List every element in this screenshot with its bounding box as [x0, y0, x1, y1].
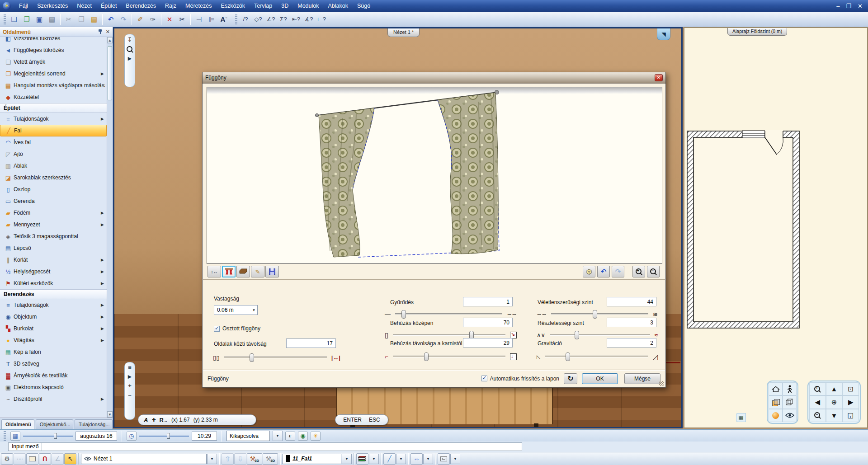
layout-grid-button[interactable]: ▦: [736, 413, 746, 422]
pullin-center-input[interactable]: [463, 318, 513, 327]
date-field[interactable]: augusztus 16: [75, 432, 117, 441]
chevron-down-icon[interactable]: ▼: [369, 454, 379, 464]
pan-up-button[interactable]: ▲: [826, 382, 843, 395]
render-button[interactable]: [769, 409, 783, 422]
close-button[interactable]: ✕: [858, 3, 863, 9]
pullin-rod-input[interactable]: [463, 338, 513, 348]
sidebar-item-lepcso[interactable]: ▤Lépcső: [0, 242, 107, 254]
sidebar-item-objektum[interactable]: ◉Objektum▶: [0, 311, 107, 323]
sidebar-item-elektromos-kapcsolo[interactable]: ▣Elektromos kapcsoló: [0, 381, 107, 393]
menu-méretezés[interactable]: Méretezés: [181, 0, 216, 12]
move-up-level-button[interactable]: ⇧: [222, 453, 234, 465]
select-mode-button[interactable]: ↖: [64, 453, 76, 465]
query-elevation-button[interactable]: ∟?: [316, 14, 327, 25]
time-field[interactable]: 10:29: [192, 432, 217, 441]
auto-refresh-checkbox[interactable]: [481, 376, 487, 381]
scroll-down-icon[interactable]: ▼: [107, 411, 113, 418]
copy-button[interactable]: ❐: [75, 14, 87, 25]
floorplan-viewport[interactable]: Alaprajz Földszint (0 m): [684, 27, 868, 428]
move-down-level-button[interactable]: ⇩: [234, 453, 246, 465]
ok-button[interactable]: OK: [582, 373, 618, 384]
visibility-button[interactable]: [783, 409, 797, 422]
sidebar-item-ablak[interactable]: ▥Ablak: [0, 160, 107, 172]
zoom-out-button[interactable]: −: [809, 409, 826, 422]
sidebar-item-vizszintes-tukrozes[interactable]: ◧Vízszintes tükrözés: [0, 37, 107, 44]
chevron-down-icon[interactable]: ▼: [207, 454, 217, 464]
view-tab[interactable]: Nézet 1 *: [387, 28, 420, 37]
sidebar-item-sarokablak[interactable]: ◪Sarokablak szerkesztés: [0, 172, 107, 183]
sidebar-item-arnyekolok[interactable]: ▓Árnyékolók és textíliák: [0, 370, 107, 381]
menu-eszközök[interactable]: Eszközök: [216, 0, 250, 12]
scrollbar-thumb[interactable]: [108, 46, 112, 100]
randomness-input[interactable]: [607, 297, 656, 306]
menu-tervlap[interactable]: Tervlap: [250, 0, 277, 12]
resize-grip[interactable]: [659, 381, 664, 386]
slider-thumb[interactable]: [575, 331, 579, 339]
layers-button[interactable]: [356, 453, 368, 465]
pan-right-button[interactable]: ▶: [842, 395, 859, 409]
pan-left-button[interactable]: ◀: [809, 395, 826, 409]
calendar-button[interactable]: ▦: [10, 432, 20, 441]
chevron-down-icon[interactable]: ▼: [423, 454, 433, 464]
pin-icon[interactable]: [98, 29, 103, 35]
save-button[interactable]: ▣: [33, 14, 45, 25]
trim-button[interactable]: ✂: [176, 14, 188, 25]
menu-ablakok[interactable]: Ablakok: [323, 0, 352, 12]
slider-thumb[interactable]: [424, 352, 429, 361]
layer-select[interactable]: 11_Fal1: [283, 454, 341, 464]
zoom-icon[interactable]: [127, 46, 133, 52]
new-file-button[interactable]: ❏: [8, 14, 20, 25]
hatch-style-button[interactable]: [438, 453, 450, 465]
print-button[interactable]: ▤: [46, 14, 58, 25]
menu-szerkesztés[interactable]: Szerkesztés: [33, 0, 72, 12]
perspective-view-button[interactable]: [769, 382, 783, 395]
redo-button[interactable]: ↷: [118, 14, 129, 25]
sidebar-item-gerenda[interactable]: ▭Gerenda: [0, 195, 107, 207]
sidebar-item-kozzetetel[interactable]: ◆Közzététel: [0, 91, 107, 103]
side-gap-slider[interactable]: ▯▯ |↔|: [213, 352, 340, 362]
snap-button[interactable]: U: [39, 453, 51, 465]
join-edges-button[interactable]: ⊣: [193, 14, 205, 25]
sidebar-tab-tulajdons-g-[interactable]: Tulajdonság...: [75, 419, 113, 429]
plus-icon[interactable]: +: [128, 383, 132, 389]
build-3d-button[interactable]: ⚒3D: [247, 453, 262, 465]
expand-triangle-icon[interactable]: ▶: [128, 56, 132, 61]
command-input[interactable]: [42, 442, 522, 451]
sidebar-item-tetosik[interactable]: ◈Tetősík 3 magasságponttal: [0, 230, 107, 242]
cut-button[interactable]: ✂: [63, 14, 75, 25]
list-icon[interactable]: ≡: [128, 365, 132, 371]
pan-down-button[interactable]: ▼: [826, 409, 843, 422]
rebuild-3d-button[interactable]: ⚒3D: [263, 453, 278, 465]
chevron-down-icon[interactable]: ▼: [273, 431, 283, 441]
text-direction-button[interactable]: A→: [218, 14, 230, 25]
expand-triangle-icon[interactable]: ▶: [128, 374, 132, 379]
chevron-down-icon[interactable]: ▼: [396, 454, 406, 464]
detail-input[interactable]: [607, 318, 656, 327]
sidebar-item-kep-a-falon[interactable]: ▦Kép a falon: [0, 346, 107, 358]
split-curtain-row[interactable]: Osztott függöny: [214, 325, 260, 332]
minimize-button[interactable]: –: [836, 3, 840, 9]
menu-fájl[interactable]: Fájl: [14, 0, 33, 12]
slider-thumb[interactable]: [250, 353, 254, 362]
menu-berendezés[interactable]: Berendezés: [121, 0, 160, 12]
menu-modulok[interactable]: Modulok: [293, 0, 323, 12]
sidebar-item-ajto[interactable]: ◸Ajtó: [0, 148, 107, 160]
tab-save[interactable]: [265, 266, 279, 277]
sidebar-item-helyisegpecset[interactable]: ½Helyiségpecsét▶: [0, 266, 107, 277]
pullin-rod-slider[interactable]: ⌐ ↓: [385, 352, 517, 362]
sidebar-item-vilagitas[interactable]: ●Világítás▶: [0, 334, 107, 346]
enter-key-button[interactable]: ENTER: [343, 417, 362, 423]
shadow-mode-select[interactable]: Kikapcsolva: [226, 431, 270, 441]
arrow-down-icon[interactable]: ↧: [127, 37, 132, 42]
maximize-button[interactable]: ❐: [846, 3, 851, 9]
geolocation-button[interactable]: ◉: [298, 432, 308, 441]
gravity-input[interactable]: [607, 338, 656, 348]
refresh-button[interactable]: ↻: [564, 373, 577, 384]
wrinkle-input[interactable]: [463, 297, 513, 306]
curtain-3d-preview[interactable]: [207, 87, 662, 264]
slider-thumb[interactable]: [593, 310, 597, 319]
walk-mode-button[interactable]: [783, 382, 797, 395]
shadow-button[interactable]: ◐: [285, 432, 295, 441]
close-icon[interactable]: ✕: [106, 29, 110, 35]
split-curtain-checkbox[interactable]: [214, 326, 220, 332]
